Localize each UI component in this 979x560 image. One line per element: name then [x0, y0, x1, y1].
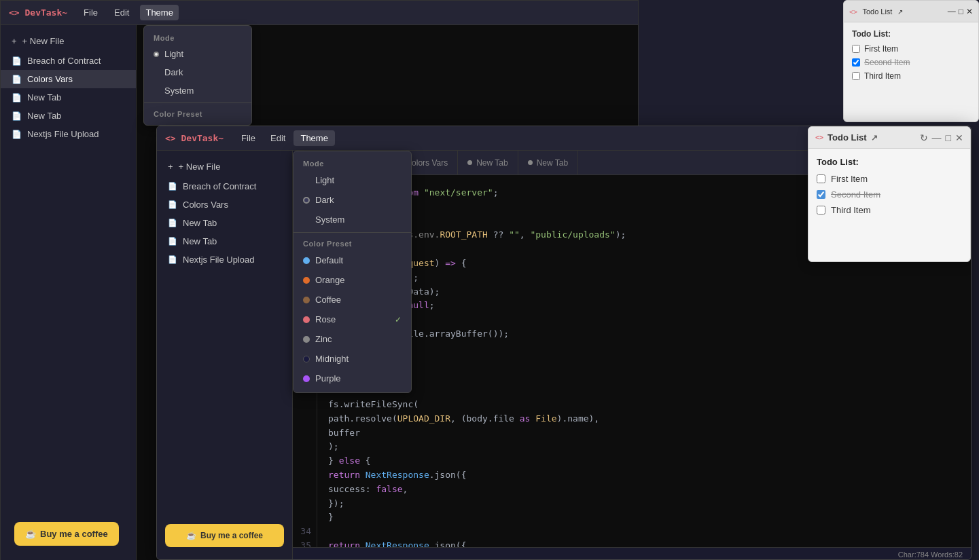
- main-color-orange[interactable]: Orange: [293, 270, 411, 290]
- todo-maximize-btn[interactable]: □: [946, 132, 951, 143]
- file-icon: 📄: [168, 255, 177, 264]
- code-line: buffer: [328, 426, 960, 441]
- bg-buy-coffee-btn[interactable]: ☕ Buy me a coffee: [14, 522, 119, 546]
- zinc-color-dot: [303, 336, 310, 343]
- main-theme-dropdown: Mode Light Dark System Color Preset Defa…: [293, 151, 412, 393]
- bg-menu-file[interactable]: File: [78, 5, 103, 20]
- tab-dot: [528, 160, 533, 165]
- code-icon: <>: [849, 8, 857, 16]
- light-dot: [154, 52, 159, 57]
- orange-color-dot: [303, 277, 310, 284]
- main-mode-dark[interactable]: Dark: [293, 190, 411, 210]
- main-menu-edit[interactable]: Edit: [264, 130, 292, 146]
- status-bar: Char:784 Words:82: [293, 547, 971, 560]
- bg-color-preset-label: Color Preset: [144, 106, 251, 121]
- todo-code-icon: <>: [815, 134, 823, 141]
- code-line: AD_DIR);: [328, 356, 960, 370]
- main-color-preset-label: Color Preset: [293, 236, 411, 250]
- code-line: );: [328, 440, 960, 454]
- bg-todo-checkbox-second[interactable]: [852, 58, 860, 67]
- file-icon: 📄: [168, 219, 177, 227]
- main-sidebar-newtab2[interactable]: 📄 New Tab: [157, 232, 292, 250]
- code-line: [328, 384, 960, 398]
- bg-todo-titlebar: <> Todo List ↗ — □ ✕: [844, 1, 978, 22]
- file-icon: 📄: [168, 182, 177, 191]
- dropdown-divider: [293, 232, 411, 233]
- bg-sidebar-item-newtab2[interactable]: 📄 New Tab: [1, 107, 136, 125]
- main-mode-label: Mode: [293, 155, 411, 170]
- todo-refresh-btn[interactable]: ↻: [920, 132, 928, 143]
- main-todo-checkbox-third[interactable]: [817, 206, 825, 214]
- main-color-rose[interactable]: Rose ✓: [293, 310, 411, 329]
- main-todo-titlebar: <> Todo List ↗ ↻ — □ ✕: [808, 127, 970, 149]
- file-icon: 📄: [12, 56, 22, 66]
- main-mode-system[interactable]: System: [293, 210, 411, 229]
- main-color-default[interactable]: Default: [293, 250, 411, 270]
- main-sidebar-breach[interactable]: 📄 Breach of Contract: [157, 177, 292, 195]
- close-icon[interactable]: ✕: [966, 7, 973, 16]
- main-sidebar-newtab1[interactable]: 📄 New Tab: [157, 214, 292, 232]
- checkmark-icon: ✓: [395, 315, 402, 324]
- main-sidebar-nextjs[interactable]: 📄 Nextjs File Upload: [157, 250, 292, 269]
- main-todo-checkbox-first[interactable]: [817, 174, 825, 183]
- main-sidebar-colors[interactable]: 📄 Colors Vars: [157, 195, 292, 214]
- main-sidebar: + + New File 📄 Breach of Contract 📄 Colo…: [157, 151, 293, 560]
- code-line: er.from(await file.arrayBuffer());: [328, 327, 960, 341]
- todo-minimize-btn[interactable]: —: [932, 132, 942, 143]
- code-line: }: [328, 369, 960, 384]
- tab-new-tab-1[interactable]: New Tab: [458, 151, 518, 174]
- plus-icon: +: [168, 162, 173, 172]
- bg-todo-panel: <> Todo List ↗ — □ ✕ Todo List: First It…: [843, 0, 979, 122]
- bg-sidebar-item-newtab1[interactable]: 📄 New Tab: [1, 88, 136, 107]
- bg-todo-item-third: Third Item: [852, 71, 970, 81]
- tab-dot: [467, 160, 472, 165]
- bg-todo-checkbox-third[interactable]: [852, 72, 860, 80]
- main-color-zinc[interactable]: Zinc: [293, 329, 411, 349]
- code-line: UPLOAD_DIR)) {: [328, 341, 960, 356]
- bg-todo-title: <> Todo List ↗: [849, 7, 903, 16]
- todo-close-btn[interactable]: ✕: [955, 132, 963, 143]
- main-todo-list-title: Todo List:: [817, 157, 962, 167]
- external-link-icon[interactable]: ↗: [897, 8, 903, 16]
- main-todo-title: Todo List: [827, 132, 867, 143]
- code-line: }: [328, 510, 960, 525]
- external-link-icon[interactable]: ↗: [871, 133, 878, 143]
- bg-sidebar: + + New File 📄 Breach of Contract 📄 Colo…: [1, 25, 137, 560]
- main-new-file-btn[interactable]: + + New File: [157, 156, 292, 177]
- bg-sidebar-item-colors[interactable]: 📄 Colors Vars: [1, 70, 136, 88]
- main-color-midnight[interactable]: Midnight: [293, 349, 411, 369]
- main-color-purple[interactable]: Purple: [293, 369, 411, 388]
- code-line: [328, 313, 960, 327]
- file-icon: 📄: [12, 130, 22, 139]
- midnight-color-dot: [303, 356, 310, 362]
- bg-menu-edit[interactable]: Edit: [109, 5, 135, 20]
- code-line: [328, 525, 960, 539]
- bg-menu-theme[interactable]: Theme: [140, 5, 178, 20]
- maximize-icon[interactable]: □: [959, 7, 963, 16]
- bg-todo-checkbox-first[interactable]: [852, 45, 860, 53]
- main-mode-light[interactable]: Light: [293, 170, 411, 190]
- bg-new-file-btn[interactable]: + + New File: [1, 31, 136, 52]
- bg-sidebar-item-nextjs[interactable]: 📄 Nextjs File Upload: [1, 125, 136, 143]
- main-buy-coffee-btn[interactable]: ☕ Buy me a coffee: [165, 524, 284, 547]
- main-todo-checkbox-second[interactable]: [817, 190, 825, 199]
- minimize-icon[interactable]: —: [948, 7, 956, 16]
- main-menu-file[interactable]: File: [234, 130, 262, 146]
- main-color-coffee[interactable]: Coffee: [293, 290, 411, 310]
- code-line: path.resolve(UPLOAD_DIR, (body.file as F…: [328, 412, 960, 426]
- code-line: });: [328, 497, 960, 511]
- bg-mode-label: Mode: [144, 30, 251, 45]
- bg-todo-item-second: Second Item: [852, 58, 970, 67]
- bg-mode-light[interactable]: Light: [144, 45, 251, 63]
- code-line: fs.writeFileSync(: [328, 398, 960, 412]
- bg-todo-body: Todo List: First Item Second Item Third …: [844, 22, 978, 92]
- bg-brand: <> DevTask~: [9, 7, 67, 18]
- tab-new-tab-2[interactable]: New Tab: [518, 151, 578, 174]
- code-line: success: false,: [328, 483, 960, 497]
- code-line: } else {: [328, 454, 960, 468]
- code-line: return NextResponse.json({: [328, 539, 960, 547]
- bg-mode-dark[interactable]: Dark: [144, 63, 251, 81]
- bg-sidebar-item-breach[interactable]: 📄 Breach of Contract: [1, 52, 136, 70]
- main-menu-theme[interactable]: Theme: [293, 130, 334, 146]
- bg-mode-system[interactable]: System: [144, 81, 251, 100]
